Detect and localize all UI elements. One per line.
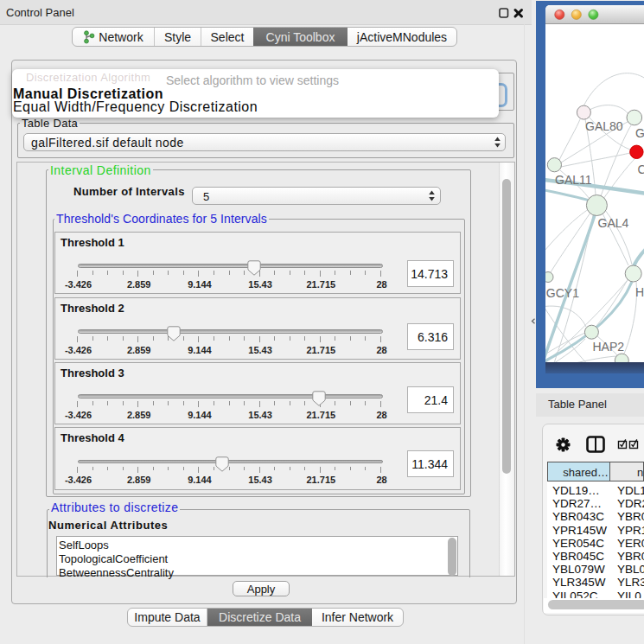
svg-text:HAP2: HAP2 (593, 340, 625, 354)
svg-text:GCY1: GCY1 (546, 286, 579, 300)
svg-text:GAL11: GAL11 (555, 173, 592, 187)
svg-text:GA: GA (635, 126, 644, 140)
svg-text:C: C (638, 163, 644, 176)
svg-text:GAL4: GAL4 (598, 216, 629, 230)
svg-text:H: H (635, 285, 644, 299)
svg-text:GAL80: GAL80 (585, 119, 623, 133)
